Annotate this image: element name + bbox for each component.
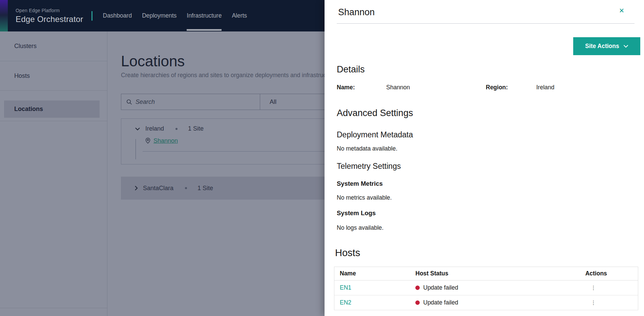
brand-gradient-accent <box>0 0 8 31</box>
site-link-shannon[interactable]: Shannon <box>153 137 178 144</box>
chevron-down-icon[interactable] <box>135 127 140 131</box>
search-field[interactable] <box>121 94 260 110</box>
advanced-settings-heading: Advanced Settings <box>337 108 644 118</box>
bullet-separator <box>175 128 178 130</box>
sidebar-item-locations-selected[interactable]: Locations <box>4 100 100 118</box>
drawer-title: Shannon <box>338 7 614 18</box>
chevron-down-icon <box>623 45 628 48</box>
hosts-table: Name Host Status Actions EN1 Update fail… <box>334 267 638 310</box>
host-link-en1[interactable]: EN1 <box>340 284 351 291</box>
tree-guide-line <box>136 139 136 159</box>
name-label: Name: <box>337 84 386 91</box>
site-details-drawer: Shannon ✕ Site Actions Details Name: Sha… <box>325 0 644 316</box>
table-row: EN2 Update failed ⋮ <box>334 295 638 310</box>
chevron-right-icon[interactable] <box>134 185 138 191</box>
site-actions-button[interactable]: Site Actions <box>573 37 640 55</box>
hosts-table-header: Name Host Status Actions <box>334 267 638 280</box>
status-error-dot-icon <box>415 300 420 305</box>
metadata-empty-text: No metadata available. <box>337 145 644 153</box>
status-text: Update failed <box>423 284 458 291</box>
filter-selected-value: All <box>270 98 276 106</box>
host-link-en2[interactable]: EN2 <box>340 299 351 306</box>
details-heading: Details <box>337 64 644 75</box>
sidebar: Clusters Hosts Locations <box>0 31 107 316</box>
status-text: Update failed <box>423 299 458 306</box>
close-icon[interactable]: ✕ <box>619 7 624 15</box>
logs-empty-text: No logs available. <box>337 224 644 232</box>
column-header-actions: Actions <box>580 267 638 280</box>
brand-platform-name: Open Edge Platform <box>16 8 83 13</box>
brand-block: Open Edge Platform Edge Orchestrator <box>16 0 83 31</box>
host-status-cell: Update failed <box>415 284 580 291</box>
sidebar-item-hosts[interactable]: Hosts <box>0 61 107 91</box>
name-value: Shannon <box>386 84 486 91</box>
sidebar-item-clusters[interactable]: Clusters <box>0 31 107 61</box>
table-row: EN1 Update failed ⋮ <box>334 280 638 295</box>
region-name: Ireland <box>145 125 164 132</box>
system-logs-heading: System Logs <box>337 209 644 217</box>
location-pin-icon <box>145 138 150 144</box>
search-input[interactable] <box>136 98 244 106</box>
brand-nav-divider <box>91 11 92 21</box>
hosts-heading: Hosts <box>335 247 644 259</box>
region-value: Ireland <box>536 84 555 91</box>
nav-item-infrastructure[interactable]: Infrastructure <box>187 0 222 31</box>
region-name: SantaClara <box>143 185 173 192</box>
details-fields: Name: Shannon Region: Ireland <box>337 84 644 91</box>
nav-item-dashboard[interactable]: Dashboard <box>103 0 132 31</box>
region-site-count: 1 Site <box>198 185 213 192</box>
metrics-empty-text: No metrics available. <box>337 194 644 202</box>
region-label: Region: <box>486 84 536 91</box>
system-metrics-heading: System Metrics <box>337 180 644 187</box>
drawer-title-divider <box>337 23 635 24</box>
column-header-host-status[interactable]: Host Status <box>410 267 580 280</box>
brand-product-name: Edge Orchestrator <box>16 15 83 24</box>
host-status-cell: Update failed <box>415 299 580 306</box>
deployment-metadata-heading: Deployment Metadata <box>337 130 644 139</box>
sidebar-item-locations[interactable]: Locations <box>0 91 107 121</box>
nav-item-deployments[interactable]: Deployments <box>142 0 176 31</box>
nav-item-alerts[interactable]: Alerts <box>232 0 247 31</box>
sidebar-divider <box>0 308 107 308</box>
bullet-separator <box>185 187 187 189</box>
region-site-count: 1 Site <box>188 125 204 132</box>
status-error-dot-icon <box>415 286 420 290</box>
search-icon <box>126 99 132 105</box>
column-header-name[interactable]: Name <box>334 267 410 280</box>
kebab-menu-icon[interactable]: ⋮ <box>585 299 596 306</box>
kebab-menu-icon[interactable]: ⋮ <box>585 285 596 291</box>
app-window: Open Edge Platform Edge Orchestrator Das… <box>0 0 644 316</box>
main-nav: Dashboard Deployments Infrastructure Ale… <box>93 0 247 31</box>
telemetry-settings-heading: Telemetry Settings <box>337 161 644 171</box>
